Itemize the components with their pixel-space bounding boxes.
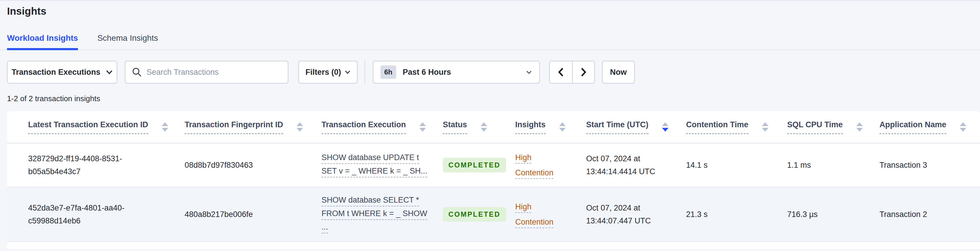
search-icon (132, 67, 142, 77)
application-name: Transaction 2 (880, 208, 980, 221)
controls-row: Transaction Executions Filters (0) 6h Pa… (7, 61, 980, 83)
chevron-down-icon (526, 70, 532, 75)
tabs-bar: Workload Insights Schema Insights (0, 32, 980, 50)
contention-time: 21.3 s (686, 208, 787, 221)
column-header-contention-time[interactable]: Contention Time (686, 120, 787, 134)
sql-cpu-time: 716.3 µs (787, 208, 880, 221)
insight-type-dropdown[interactable]: Transaction Executions (7, 61, 117, 83)
application-name: Transaction 3 (880, 158, 980, 171)
page-title: Insights (7, 5, 980, 17)
fingerprint-id: 480a8b217be006fe (185, 208, 321, 221)
status-badge: COMPLETED (443, 207, 506, 222)
time-back-button[interactable] (550, 61, 572, 83)
now-button[interactable]: Now (602, 61, 635, 83)
column-header-transaction-fingerprint-id[interactable]: Transaction Fingerprint ID (185, 120, 321, 134)
filters-label: Filters (0) (305, 68, 341, 77)
contention-time: 14.1 s (686, 158, 787, 171)
sort-icon (762, 122, 768, 132)
insights-page: Insights Workload Insights Schema Insigh… (0, 5, 980, 249)
sort-icon (162, 122, 168, 132)
column-header-latest-transaction-execution-id[interactable]: Latest Transaction Execution ID (7, 120, 185, 134)
transaction-execution-link[interactable]: SHOW database UPDATE t SET v = _ WHERE k… (321, 153, 443, 177)
time-nav-group (549, 61, 595, 83)
column-header-sql-cpu-time[interactable]: SQL CPU Time (787, 120, 880, 134)
execution-id: 328729d2-ff19-4408-8531-b05a5b4e43c7 (7, 152, 136, 178)
time-preset-badge: 6h (380, 66, 396, 79)
sort-icon (856, 122, 863, 132)
start-time: Oct 07, 2024 at 13:44:14.4414 UTC (586, 152, 686, 178)
column-header-start-time[interactable]: Start Time (UTC) (586, 120, 686, 134)
chevron-right-icon (580, 67, 587, 77)
sort-icon (662, 122, 668, 132)
column-header-insights[interactable]: Insights (515, 120, 586, 134)
column-header-application-name[interactable]: Application Name (880, 120, 980, 134)
time-forward-button[interactable] (572, 61, 594, 83)
transaction-execution-link[interactable]: SHOW database SELECT * FROM t WHERE k = … (321, 195, 443, 233)
insight-link[interactable]: High Contention (515, 150, 566, 180)
sort-icon (419, 122, 426, 132)
search-input[interactable] (146, 68, 282, 77)
results-count: 1-2 of 2 transaction insights (7, 94, 980, 104)
execution-id: 452da3e7-e7fa-4801-aa40-c59988d14eb6 (7, 201, 136, 227)
filters-dropdown[interactable]: Filters (0) (298, 61, 358, 83)
start-time: Oct 07, 2024 at 13:44:07.447 UTC (586, 201, 686, 227)
sort-icon (960, 122, 966, 132)
time-range-label: Past 6 Hours (402, 68, 526, 77)
tab-workload-insights[interactable]: Workload Insights (7, 32, 78, 50)
chevron-left-icon (557, 67, 565, 77)
table-header-row: Latest Transaction Execution ID Transact… (7, 111, 980, 143)
table-row: 452da3e7-e7fa-4801-aa40-c59988d14eb6 480… (7, 187, 980, 242)
insights-table-card: Latest Transaction Execution ID Transact… (7, 111, 980, 249)
sort-icon (480, 122, 487, 132)
column-header-status[interactable]: Status (443, 120, 515, 134)
fingerprint-id: 08d8b7d97f830463 (185, 158, 321, 171)
tab-label: Schema Insights (97, 34, 158, 43)
tab-schema-insights[interactable]: Schema Insights (97, 32, 158, 50)
sort-icon (559, 122, 566, 132)
tab-label: Workload Insights (7, 34, 78, 43)
controls-divider (364, 61, 365, 83)
status-badge: COMPLETED (443, 158, 506, 173)
chevron-down-icon (106, 70, 113, 75)
insight-link[interactable]: High Contention (515, 199, 566, 230)
search-box (125, 61, 288, 83)
table-row: 328729d2-ff19-4408-8531-b05a5b4e43c7 08d… (7, 143, 980, 187)
sql-cpu-time: 1.1 ms (787, 158, 880, 171)
chevron-down-icon (345, 70, 350, 74)
sort-icon (297, 122, 303, 132)
insight-type-label: Transaction Executions (11, 68, 100, 77)
column-header-transaction-execution[interactable]: Transaction Execution (321, 120, 443, 134)
time-range-picker[interactable]: 6h Past 6 Hours (373, 61, 540, 83)
